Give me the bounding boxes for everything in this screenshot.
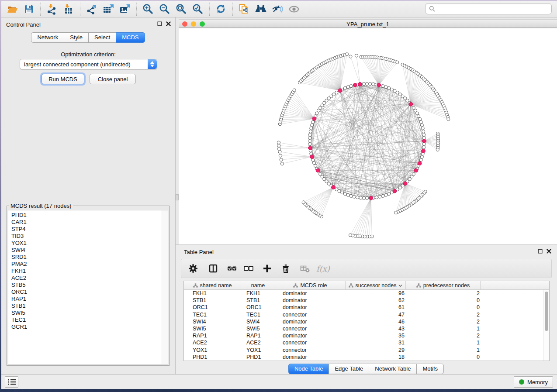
graph-node[interactable]	[384, 193, 387, 196]
control-tab-network[interactable]: Network	[31, 32, 64, 43]
graph-node[interactable]	[346, 53, 349, 56]
graph-mcds-hub-node[interactable]	[403, 182, 407, 186]
graph-node[interactable]	[349, 194, 353, 197]
show-columns-icon[interactable]	[208, 264, 218, 273]
table-cell[interactable]: SWI4	[242, 318, 276, 325]
graph-node[interactable]	[390, 88, 393, 91]
mcds-result-item[interactable]: GCR1	[11, 323, 27, 330]
graph-node[interactable]	[387, 86, 391, 89]
first-neighbors-button[interactable]	[253, 2, 268, 16]
graph-node[interactable]	[311, 120, 315, 124]
table-row[interactable]: STB1STB1dominator620	[184, 297, 549, 304]
hide-selected-button[interactable]	[270, 2, 284, 16]
graph-node[interactable]	[280, 158, 283, 161]
network-graph[interactable]	[179, 28, 557, 244]
close-panel-button[interactable]: Close panel	[90, 74, 136, 84]
table-cell[interactable]: 43	[347, 325, 408, 332]
float-panel-icon[interactable]	[157, 21, 162, 26]
column-header-shared-name[interactable]: shared name	[184, 281, 241, 290]
mcds-result-item[interactable]: TID3	[11, 233, 27, 240]
graph-node[interactable]	[312, 162, 315, 165]
graph-node[interactable]	[365, 82, 368, 85]
graph-node[interactable]	[421, 127, 424, 130]
table-cell[interactable]: 0	[408, 304, 483, 311]
table-cell[interactable]: TEC1	[242, 311, 276, 318]
graph-mcds-hub-node[interactable]	[312, 117, 316, 120]
table-row[interactable]: YOX1YOX1connector291	[184, 347, 549, 354]
network-canvas[interactable]	[179, 28, 557, 244]
table-cell[interactable]: 31	[347, 339, 408, 346]
graph-node[interactable]	[420, 124, 423, 127]
graph-node[interactable]	[369, 83, 372, 86]
mcds-result-item[interactable]: STB5	[11, 282, 27, 289]
graph-node[interactable]	[343, 192, 346, 195]
graph-node[interactable]	[343, 86, 346, 89]
zoom-fit-button[interactable]	[174, 2, 188, 16]
deselect-all-icon[interactable]	[244, 264, 254, 273]
column-header-name[interactable]: name	[241, 281, 275, 290]
graph-mcds-hub-node[interactable]	[353, 83, 357, 87]
close-panel-icon[interactable]	[166, 21, 171, 26]
table-tab-network-table[interactable]: Network Table	[369, 364, 417, 374]
graph-node[interactable]	[422, 133, 426, 136]
graph-node[interactable]	[277, 144, 280, 147]
graph-node[interactable]	[419, 158, 422, 162]
control-tab-style[interactable]: Style	[64, 32, 89, 43]
mcds-result-item[interactable]: FKH1	[11, 268, 27, 275]
table-cell[interactable]: connector	[276, 325, 347, 332]
table-cell[interactable]: 1	[408, 339, 483, 346]
table-cell[interactable]: ORC1	[184, 304, 242, 311]
graph-node[interactable]	[346, 193, 349, 196]
table-options-gear-icon[interactable]	[188, 264, 198, 273]
graph-node[interactable]	[280, 162, 284, 165]
criterion-dropdown[interactable]: largest connected component (undirected)	[20, 59, 157, 69]
graph-mcds-hub-node[interactable]	[332, 186, 336, 189]
graph-mcds-hub-node[interactable]	[422, 139, 426, 143]
table-cell[interactable]: 62	[347, 297, 408, 304]
graph-mcds-hub-node[interactable]	[338, 89, 342, 93]
graph-mcds-hub-node[interactable]	[377, 83, 381, 87]
mcds-result-item[interactable]: STB1	[11, 303, 27, 309]
table-cell[interactable]: 2	[408, 318, 483, 325]
graph-node[interactable]	[394, 211, 398, 214]
result-list-scrollbar[interactable]	[162, 210, 168, 364]
table-row[interactable]: RAP1RAP1dominator352	[184, 332, 549, 339]
graph-node[interactable]	[293, 89, 296, 92]
column-header-MCDS-role[interactable]: MCDS role	[275, 281, 346, 290]
table-cell[interactable]: STB1	[242, 297, 276, 304]
graph-mcds-hub-node[interactable]	[414, 168, 418, 172]
graph-mcds-hub-node[interactable]	[393, 189, 397, 193]
zoom-selected-button[interactable]	[190, 2, 205, 16]
table-row[interactable]: TEC1TEC1connector472	[184, 311, 549, 318]
graph-node[interactable]	[359, 196, 362, 199]
table-row[interactable]: SWI5SWI5connector431	[184, 325, 549, 332]
table-scrollbar-thumb[interactable]	[545, 292, 548, 331]
mcds-result-item[interactable]: PHD1	[11, 212, 27, 219]
table-cell[interactable]: 18	[347, 354, 408, 361]
graph-node[interactable]	[308, 143, 311, 146]
table-cell[interactable]: SWI4	[184, 318, 242, 325]
table-cell[interactable]: 61	[347, 304, 408, 311]
table-cell[interactable]: ACE2	[242, 339, 276, 346]
refresh-button[interactable]	[214, 2, 228, 16]
graph-node[interactable]	[365, 196, 368, 199]
table-cell[interactable]: connector	[276, 311, 347, 318]
graph-mcds-hub-node[interactable]	[369, 196, 373, 200]
table-cell[interactable]: 46	[347, 318, 408, 325]
mcds-result-item[interactable]: YOX1	[11, 240, 27, 247]
run-mcds-button[interactable]: Run MCDS	[42, 74, 84, 84]
graph-node[interactable]	[415, 112, 419, 115]
table-cell[interactable]: 96	[347, 290, 408, 297]
graph-node[interactable]	[308, 133, 311, 136]
mcds-result-item[interactable]: SRD1	[11, 254, 27, 261]
mcds-result-item[interactable]: TEC1	[11, 316, 27, 323]
graph-node[interactable]	[349, 55, 352, 58]
mcds-result-list[interactable]: PHD1CAR1STP4TID3YOX1SWI4SRD1PMA2FKH1ACE2…	[8, 210, 168, 364]
table-cell[interactable]: 2	[408, 290, 483, 297]
graph-node[interactable]	[381, 194, 384, 197]
zoom-out-button[interactable]	[157, 2, 172, 16]
mcds-result-item[interactable]: PMA2	[11, 261, 27, 268]
graph-node[interactable]	[375, 196, 378, 199]
graph-node[interactable]	[419, 120, 422, 124]
table-cell[interactable]: ORC1	[242, 304, 276, 311]
